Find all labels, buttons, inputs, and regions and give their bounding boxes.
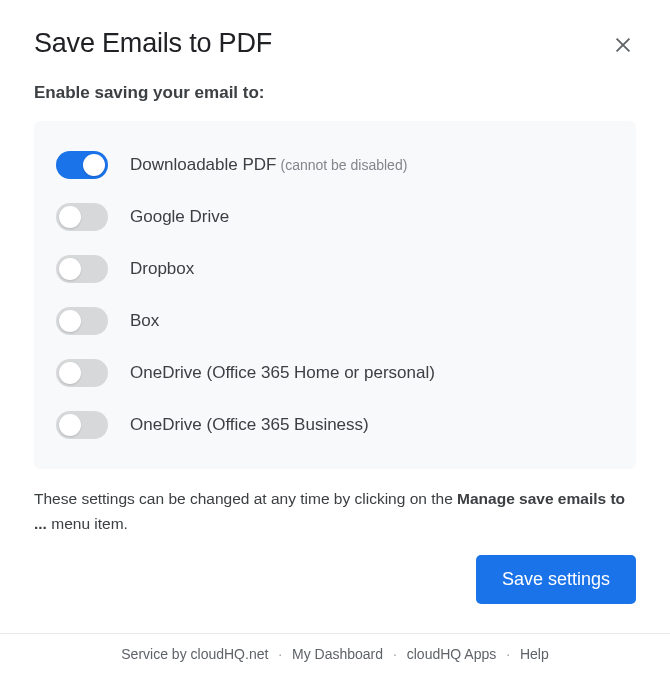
info-text: These settings can be changed at any tim… <box>34 487 636 537</box>
footer-separator: · <box>393 646 397 662</box>
option-dropbox: Dropbox <box>56 243 614 295</box>
option-label: OneDrive (Office 365 Home or personal) <box>130 363 435 383</box>
footer-separator: · <box>278 646 282 662</box>
dialog-title: Save Emails to PDF <box>34 28 272 59</box>
dialog-subtitle: Enable saving your email to: <box>34 83 636 103</box>
toggle-google-drive[interactable] <box>56 203 108 231</box>
options-panel: Downloadable PDF (cannot be disabled) Go… <box>34 121 636 469</box>
option-label: Downloadable PDF <box>130 155 276 175</box>
footer: Service by cloudHQ.net · My Dashboard · … <box>0 633 670 674</box>
dialog-actions: Save settings <box>34 555 636 628</box>
close-button[interactable] <box>610 32 636 58</box>
dialog-header: Save Emails to PDF <box>34 28 636 59</box>
option-label: Dropbox <box>130 259 194 279</box>
footer-separator: · <box>506 646 510 662</box>
footer-link-cloudhq[interactable]: cloudHQ.net <box>191 646 269 662</box>
info-text-pre: These settings can be changed at any tim… <box>34 490 457 507</box>
toggle-box[interactable] <box>56 307 108 335</box>
option-onedrive-home: OneDrive (Office 365 Home or personal) <box>56 347 614 399</box>
footer-link-apps[interactable]: cloudHQ Apps <box>407 646 497 662</box>
option-label: Box <box>130 311 159 331</box>
dialog: Save Emails to PDF Enable saving your em… <box>0 0 670 628</box>
toggle-onedrive-business[interactable] <box>56 411 108 439</box>
footer-link-help[interactable]: Help <box>520 646 549 662</box>
option-label: Google Drive <box>130 207 229 227</box>
close-icon <box>612 34 634 56</box>
footer-link-dashboard[interactable]: My Dashboard <box>292 646 383 662</box>
option-box: Box <box>56 295 614 347</box>
option-note: (cannot be disabled) <box>280 157 407 173</box>
option-google-drive: Google Drive <box>56 191 614 243</box>
option-label: OneDrive (Office 365 Business) <box>130 415 369 435</box>
footer-service-by: Service by <box>121 646 190 662</box>
option-downloadable-pdf: Downloadable PDF (cannot be disabled) <box>56 139 614 191</box>
info-text-post: menu item. <box>47 515 128 532</box>
toggle-dropbox[interactable] <box>56 255 108 283</box>
toggle-downloadable-pdf[interactable] <box>56 151 108 179</box>
toggle-onedrive-home[interactable] <box>56 359 108 387</box>
option-onedrive-business: OneDrive (Office 365 Business) <box>56 399 614 451</box>
save-settings-button[interactable]: Save settings <box>476 555 636 604</box>
